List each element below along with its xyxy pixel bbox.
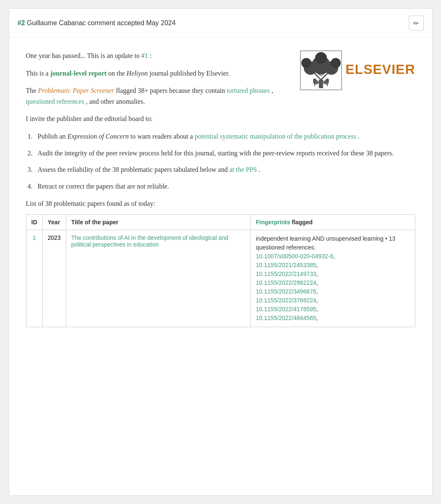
reference-1-link[interactable]: #1 xyxy=(141,52,148,59)
potential-manipulation-link[interactable]: potential systematic manipulation of the… xyxy=(195,133,356,140)
row-1-id: 1 xyxy=(26,230,42,327)
ref-link-8[interactable]: 10.1155/2022/4844565 xyxy=(256,315,316,321)
edit-button[interactable]: ✏ xyxy=(409,16,424,31)
intro-text-1: One year has passed... This is an update… xyxy=(26,52,141,59)
row-1-title: The contributions of AI in the developme… xyxy=(66,230,251,327)
ref-link-2[interactable]: 10.1155/2021/2453385 xyxy=(256,262,316,268)
table-row: 1 2023 The contributions of AI in the de… xyxy=(26,230,415,327)
list-item-2: Audit the integrity of the peer review p… xyxy=(34,148,415,159)
col-header-year: Year xyxy=(42,214,66,230)
svg-point-8 xyxy=(301,58,311,68)
list-item-4: Retract or correct the papers that are n… xyxy=(34,181,415,192)
elsevier-brand: ELSEVIER xyxy=(345,62,415,77)
elsevier-logo-wrapper: ELSEVIER xyxy=(300,50,415,88)
col-header-fingerprints: Fingerprints flagged xyxy=(251,214,415,230)
fingerprints-label: Fingerprints xyxy=(256,219,290,226)
fingerprint-text-1: independent learning AND unsupervised le… xyxy=(256,235,396,251)
pps-suffix: , and other anomalies. xyxy=(86,98,145,105)
svg-point-9 xyxy=(331,58,341,68)
col-header-title: Title of the paper xyxy=(66,214,251,230)
comment-body: ELSEVIER One year has passed... This is … xyxy=(9,38,432,344)
col-header-id: ID xyxy=(26,214,42,230)
intro-text-2b: on the Heliyon journal published by Else… xyxy=(108,70,230,77)
flagged-text: flagged xyxy=(292,219,313,226)
row-1-year: 2023 xyxy=(42,230,66,327)
action-list: Publish an Expression of Concern to warn… xyxy=(26,131,415,192)
comment-status: comment accepted May 2024 xyxy=(88,19,176,26)
expression-of-concern-text: Expression of Concern xyxy=(68,133,129,140)
comment-number: #2 xyxy=(18,19,25,26)
tortured-phrases-link[interactable]: tortured phrases xyxy=(227,87,270,94)
ref-link-5[interactable]: 10.1155/2022/3496676 xyxy=(256,288,316,295)
svg-point-14 xyxy=(326,79,329,82)
elsevier-tree-icon xyxy=(300,50,342,88)
invite-text: I invite the publisher and the editorial… xyxy=(26,115,153,122)
svg-point-10 xyxy=(315,52,327,64)
row-1-fingerprints: independent learning AND unsupervised le… xyxy=(251,230,415,327)
intro-text-2: This is a xyxy=(26,70,50,77)
main-container: #2 Guillaume Cabanac comment accepted Ma… xyxy=(9,8,433,496)
ref-link-3[interactable]: 10.1155/2022/2149733 xyxy=(256,270,316,277)
pps-prefix: The xyxy=(26,87,38,94)
comment-header: #2 Guillaume Cabanac comment accepted Ma… xyxy=(9,9,432,38)
ref-link-7[interactable]: 10.1155/2022/4176595 xyxy=(256,306,316,312)
comment-header-text: #2 Guillaume Cabanac comment accepted Ma… xyxy=(18,19,176,27)
papers-table: ID Year Title of the paper Fingerprints … xyxy=(26,214,415,327)
comment-author: Guillaume Cabanac xyxy=(27,19,86,26)
questioned-references-link[interactable]: questioned references xyxy=(26,98,84,105)
pps-link[interactable]: Problematic Paper Screener xyxy=(38,87,114,94)
paper-1-title-link[interactable]: The contributions of AI in the developme… xyxy=(71,234,228,248)
svg-rect-0 xyxy=(319,80,323,88)
ref-link-6[interactable]: 10.1155/2022/3768224 xyxy=(256,297,316,304)
list-item-3: Assess the reliability of the 38 problem… xyxy=(34,164,415,175)
invite-paragraph: I invite the publisher and the editorial… xyxy=(26,113,415,124)
svg-point-13 xyxy=(313,79,316,82)
papers-list-label: List of 38 problematic papers found as o… xyxy=(26,198,415,209)
pps-middle: flagged 38+ papers because they contain xyxy=(116,87,227,94)
pps-table-link[interactable]: at the PPS xyxy=(230,166,257,173)
ref-link-4[interactable]: 10.1155/2022/2982224 xyxy=(256,279,316,286)
edit-icon: ✏ xyxy=(413,19,419,27)
ref-link-1[interactable]: 10.1007/s00500-020-04932-6 xyxy=(256,253,334,260)
pps-paragraph: The Problematic Paper Screener flagged 3… xyxy=(26,85,415,107)
list-item-1: Publish an Expression of Concern to warn… xyxy=(34,131,415,142)
pps-comma: , xyxy=(271,87,273,94)
journal-level-report-link[interactable]: journal-level report xyxy=(50,70,107,77)
table-header-row: ID Year Title of the paper Fingerprints … xyxy=(26,214,415,230)
